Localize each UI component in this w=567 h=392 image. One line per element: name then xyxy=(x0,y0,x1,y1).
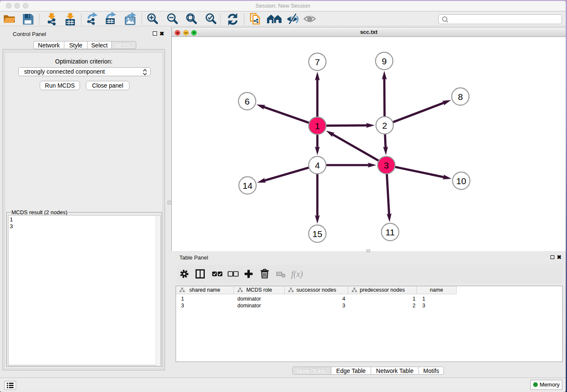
svg-text:1: 1 xyxy=(315,121,320,131)
svg-text:6: 6 xyxy=(245,97,250,106)
svg-text:3: 3 xyxy=(384,160,389,170)
svg-text:2: 2 xyxy=(382,121,387,130)
svg-text:15: 15 xyxy=(312,229,322,239)
svg-text:11: 11 xyxy=(385,227,395,237)
svg-text:4: 4 xyxy=(315,160,320,170)
svg-text:9: 9 xyxy=(382,56,387,66)
svg-text:10: 10 xyxy=(456,176,466,186)
svg-text:f(x): f(x) xyxy=(291,269,303,279)
svg-text:14: 14 xyxy=(242,181,253,190)
svg-text:8: 8 xyxy=(458,92,463,102)
svg-text:7: 7 xyxy=(315,57,320,67)
